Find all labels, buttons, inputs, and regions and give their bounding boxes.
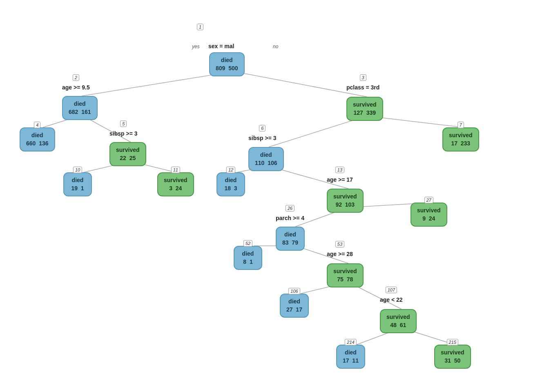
node-11: 11 survived3 24: [157, 171, 194, 196]
node-id-215: 215: [447, 339, 458, 345]
node-2-box: died682 161: [62, 96, 98, 120]
node-7-box: survived17 233: [442, 127, 479, 151]
node-27: 27 survived9 24: [411, 201, 447, 227]
node-id-13: 13: [335, 167, 344, 173]
node-53-box: survived75 78: [327, 263, 364, 287]
node-3: survived127 339: [346, 97, 383, 121]
node-5-condition: 5 sibsp >= 3: [109, 125, 137, 137]
node-106: 106 died27 17: [280, 292, 309, 318]
yes-label: yes: [191, 44, 201, 49]
node-52: 52 died8 1: [234, 244, 262, 270]
node-id-11: 11: [171, 167, 180, 173]
node-5: survived22 25: [109, 142, 146, 166]
decision-tree: 1 yes no sex = mal died809 500 2 age >= …: [0, 0, 549, 392]
node-4: 4 died660 136: [20, 126, 55, 151]
node-3-box: survived127 339: [346, 97, 383, 121]
node-214-box: died17 11: [336, 345, 365, 369]
node-6-label: sibsp >= 3: [248, 135, 276, 141]
root-label: died809 500: [216, 57, 238, 71]
node-10-box: died19 1: [63, 172, 92, 196]
node-107-label: age < 22: [380, 296, 403, 303]
node-107-condition: 107 age < 22: [380, 291, 403, 303]
node-13-label: age >= 17: [327, 176, 353, 183]
node-13: survived92 103: [327, 189, 364, 213]
node-5-label: sibsp >= 3: [109, 130, 137, 137]
node-26: died83 79: [276, 227, 305, 251]
node-root: died809 500: [209, 52, 245, 76]
node-53-condition: 53 age >= 28: [327, 245, 353, 257]
node-6: died110 106: [248, 147, 284, 171]
node-id-107: 107: [386, 287, 397, 293]
node-53: survived75 78: [327, 263, 364, 287]
node-6-condition: 6 sibsp >= 3: [248, 129, 276, 141]
node-13-condition: 13 age >= 17: [327, 171, 353, 183]
root-condition-label: sex = mal: [208, 43, 234, 49]
node-id-7: 7: [458, 122, 464, 128]
node-5-box: survived22 25: [109, 142, 146, 166]
node-26-condition: 26 parch >= 4: [276, 209, 304, 221]
root-box: died809 500: [209, 52, 245, 76]
node-2: died682 161: [62, 96, 98, 120]
node-107-box: survived48 61: [380, 309, 417, 333]
node-12: 12 died18 3: [216, 171, 245, 196]
node-id-1: 1: [197, 24, 203, 30]
node-26-label: parch >= 4: [276, 215, 304, 221]
node-id-214: 214: [345, 339, 356, 345]
node-214: 214 died17 11: [336, 343, 365, 369]
node-12-box: died18 3: [216, 172, 245, 196]
node-215-box: survived31 50: [434, 345, 471, 369]
node-52-box: died8 1: [234, 246, 262, 270]
node-3-condition: 3 pclass = 3rd: [346, 78, 379, 91]
node-id-2: 2: [73, 74, 79, 81]
node-id-6: 6: [259, 125, 266, 131]
node-id-3: 3: [360, 74, 366, 81]
node-4-box: died660 136: [20, 127, 55, 151]
node-id-52: 52: [243, 240, 252, 247]
node-106-box: died27 17: [280, 294, 309, 318]
node-id-26: 26: [286, 205, 295, 212]
node-id-106: 106: [288, 288, 300, 294]
node-id-5: 5: [120, 120, 127, 127]
node-13-box: survived92 103: [327, 189, 364, 213]
node-id-53: 53: [335, 241, 344, 247]
node-107: survived48 61: [380, 309, 417, 333]
node-11-box: survived3 24: [157, 172, 194, 196]
node-53-label: age >= 28: [327, 251, 353, 257]
node-2-label: age >= 9.5: [62, 84, 90, 91]
node-7: 7 survived17 233: [442, 126, 479, 151]
node-26-box: died83 79: [276, 227, 305, 251]
node-id-12: 12: [226, 167, 235, 173]
node-3-label: pclass = 3rd: [346, 84, 379, 91]
node-10: 10 died19 1: [63, 171, 92, 196]
node-id-27: 27: [424, 197, 433, 203]
node-6-box: died110 106: [248, 147, 284, 171]
node-215: 215 survived31 50: [434, 343, 471, 369]
node-27-box: survived9 24: [411, 203, 447, 227]
node-id-10: 10: [73, 167, 82, 173]
node-id-4: 4: [34, 122, 40, 128]
node-2-condition: 2 age >= 9.5: [62, 78, 90, 91]
no-label: no: [272, 44, 279, 49]
